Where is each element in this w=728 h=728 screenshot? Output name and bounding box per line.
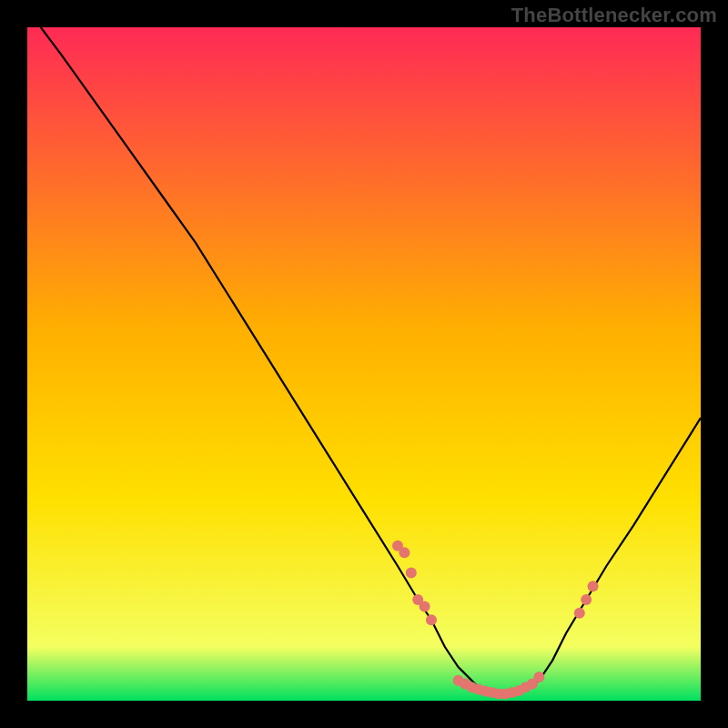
plot-area xyxy=(27,27,701,701)
bottleneck-chart xyxy=(27,27,701,701)
marker-point xyxy=(588,581,599,592)
marker-point xyxy=(574,608,585,619)
marker-point xyxy=(581,594,592,605)
attribution-text: TheBottlenecker.com xyxy=(511,4,717,27)
marker-point xyxy=(533,672,544,682)
chart-frame: TheBottlenecker.com xyxy=(0,0,728,728)
marker-point xyxy=(420,601,430,612)
marker-point xyxy=(406,567,417,578)
marker-point xyxy=(426,614,437,625)
marker-point xyxy=(399,547,410,558)
gradient-background xyxy=(27,27,701,701)
